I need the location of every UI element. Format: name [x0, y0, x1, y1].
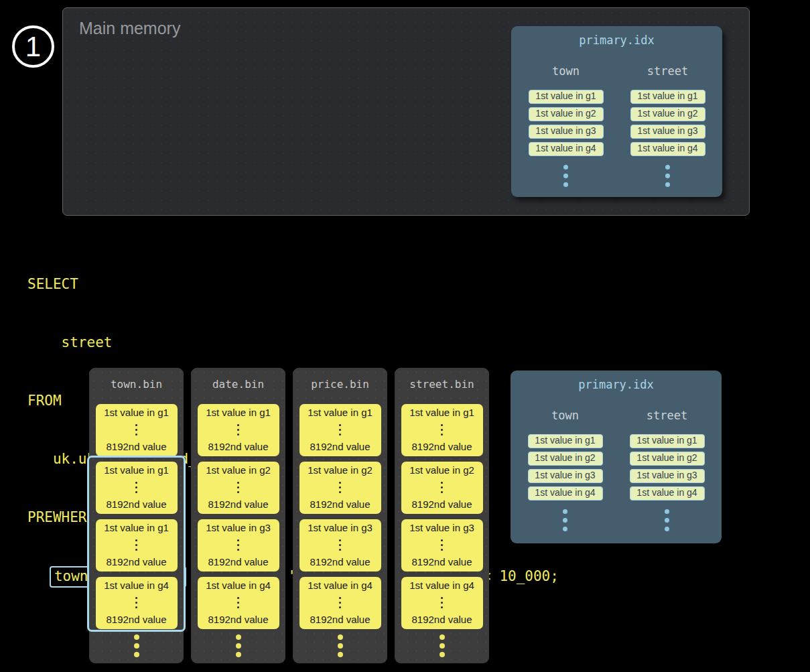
granule-first-value: 1st value in g2: [308, 464, 373, 476]
granule-first-value: 1st value in g4: [409, 580, 474, 591]
granule-last-value: 8192nd value: [106, 441, 166, 452]
index-column-town: town 1st value in g1 1st value in g2 1st…: [529, 64, 604, 187]
bin-town: town.bin 1st value in g1 8192nd value 1s…: [89, 368, 184, 663]
index-entry-chip: 1st value in g2: [630, 452, 705, 466]
granule: 1st value in g1 8192nd value: [96, 462, 178, 514]
granule: 1st value in g2 8192nd value: [198, 462, 279, 514]
vertical-ellipsis-icon: [339, 597, 341, 608]
index-entry-chip: 1st value in g1: [528, 434, 603, 448]
index-entry-chip: 1st value in g1: [529, 90, 604, 104]
diagram-canvas: 1 Main memory primary.idx town 1st value…: [0, 0, 810, 672]
granule: 1st value in g4 8192nd value: [96, 577, 178, 629]
vertical-ellipsis-icon: [441, 597, 443, 608]
vertical-ellipsis-icon: [339, 424, 341, 435]
index-column-street: street 1st value in g1 1st value in g2 1…: [630, 409, 705, 531]
granule-last-value: 8192nd value: [106, 614, 166, 625]
bin-street: street.bin 1st value in g1 8192nd value …: [395, 368, 489, 663]
granule: 1st value in g3 8192nd value: [299, 519, 381, 572]
granule-last-value: 8192nd value: [106, 498, 166, 510]
more-entries-dots-icon: [665, 165, 670, 187]
granule-first-value: 1st value in g4: [308, 580, 373, 591]
vertical-ellipsis-icon: [237, 597, 239, 608]
index-entry-chip: 1st value in g4: [528, 486, 603, 500]
index-entry-chip: 1st value in g3: [630, 469, 705, 483]
bin-title: street.bin: [395, 368, 489, 392]
granule: 1st value in g4 8192nd value: [401, 577, 483, 629]
granule-last-value: 8192nd value: [411, 498, 472, 510]
granule-last-value: 8192nd value: [310, 614, 370, 625]
index-column-header: street: [647, 409, 687, 422]
index-entry-chip: 1st value in g1: [630, 90, 705, 104]
index-column-header: town: [551, 409, 579, 422]
granule-last-value: 8192nd value: [208, 556, 268, 567]
sql-line-select: SELECT: [27, 275, 559, 294]
index-entry-chip: 1st value in g3: [630, 125, 705, 139]
more-entries-dots-icon: [563, 509, 567, 531]
index-column-street: street 1st value in g1 1st value in g2 1…: [630, 64, 705, 187]
index-entry-chip: 1st value in g2: [528, 452, 603, 466]
index-entry-chip: 1st value in g2: [529, 107, 604, 121]
index-entry-chip: 1st value in g2: [630, 107, 705, 121]
primary-index-panel-bottom: primary.idx town 1st value in g1 1st val…: [511, 371, 722, 543]
vertical-ellipsis-icon: [237, 482, 239, 493]
vertical-ellipsis-icon: [339, 482, 341, 493]
bin-title: town.bin: [89, 368, 184, 392]
granule: 1st value in g2 8192nd value: [299, 462, 381, 514]
granule-last-value: 8192nd value: [411, 441, 472, 452]
index-column-town: town 1st value in g1 1st value in g2 1st…: [528, 409, 603, 531]
granule-first-value: 1st value in g3: [206, 522, 271, 533]
granule-first-value: 1st value in g1: [206, 407, 271, 418]
primary-index-title: primary.idx: [511, 26, 722, 47]
bin-title: price.bin: [293, 368, 387, 392]
sql-line-select-column: street: [27, 333, 559, 352]
vertical-ellipsis-icon: [441, 482, 443, 493]
granule: 1st value in g1 8192nd value: [198, 404, 279, 456]
primary-index-columns: town 1st value in g1 1st value in g2 1st…: [511, 64, 722, 187]
vertical-ellipsis-icon: [135, 539, 137, 551]
bin-date: date.bin 1st value in g1 8192nd value 1s…: [191, 368, 285, 663]
granule-first-value: 1st value in g1: [409, 407, 474, 418]
granule-first-value: 1st value in g3: [308, 522, 373, 533]
granule-last-value: 8192nd value: [310, 498, 370, 510]
vertical-ellipsis-icon: [237, 539, 239, 551]
more-entries-dots-icon: [665, 509, 669, 531]
granule: 1st value in g1 8192nd value: [96, 519, 178, 572]
granule: 1st value in g4 8192nd value: [198, 577, 279, 629]
main-memory-panel: Main memory primary.idx town 1st value i…: [62, 7, 750, 216]
vertical-ellipsis-icon: [441, 424, 443, 435]
more-granules-dots-icon: [89, 634, 184, 657]
granule-last-value: 8192nd value: [208, 441, 268, 452]
granule-first-value: 1st value in g3: [409, 522, 474, 533]
granule-last-value: 8192nd value: [310, 556, 370, 567]
bin-price: price.bin 1st value in g1 8192nd value 1…: [293, 368, 387, 663]
step-number-badge: 1: [12, 25, 54, 68]
granule: 1st value in g1 8192nd value: [401, 404, 483, 456]
granule-first-value: 1st value in g4: [206, 580, 271, 591]
vertical-ellipsis-icon: [237, 424, 239, 435]
granule: 1st value in g2 8192nd value: [401, 462, 483, 514]
granule-last-value: 8192nd value: [106, 556, 166, 567]
more-granules-dots-icon: [395, 634, 489, 657]
granule: 1st value in g1 8192nd value: [299, 404, 381, 456]
granule-first-value: 1st value in g1: [104, 464, 169, 476]
granule: 1st value in g4 8192nd value: [299, 577, 381, 629]
granule-last-value: 8192nd value: [208, 614, 268, 625]
index-entry-chip: 1st value in g4: [529, 142, 604, 156]
granule-last-value: 8192nd value: [310, 441, 370, 452]
granule-first-value: 1st value in g2: [409, 464, 474, 476]
primary-index-panel-top: primary.idx town 1st value in g1 1st val…: [511, 26, 722, 197]
more-granules-dots-icon: [293, 634, 387, 657]
vertical-ellipsis-icon: [135, 424, 137, 435]
index-column-header: town: [552, 64, 580, 78]
index-entry-chip: 1st value in g1: [630, 434, 705, 448]
primary-index-columns: town 1st value in g1 1st value in g2 1st…: [511, 409, 722, 531]
index-entry-chip: 1st value in g3: [528, 469, 603, 483]
index-entry-chip: 1st value in g3: [529, 125, 604, 139]
index-entry-chip: 1st value in g4: [630, 486, 705, 500]
granule-last-value: 8192nd value: [208, 498, 268, 510]
vertical-ellipsis-icon: [441, 539, 443, 551]
granule-first-value: 1st value in g1: [104, 522, 169, 533]
granule-last-value: 8192nd value: [411, 614, 472, 625]
granule: 1st value in g3 8192nd value: [198, 519, 279, 572]
primary-index-title: primary.idx: [511, 371, 722, 391]
